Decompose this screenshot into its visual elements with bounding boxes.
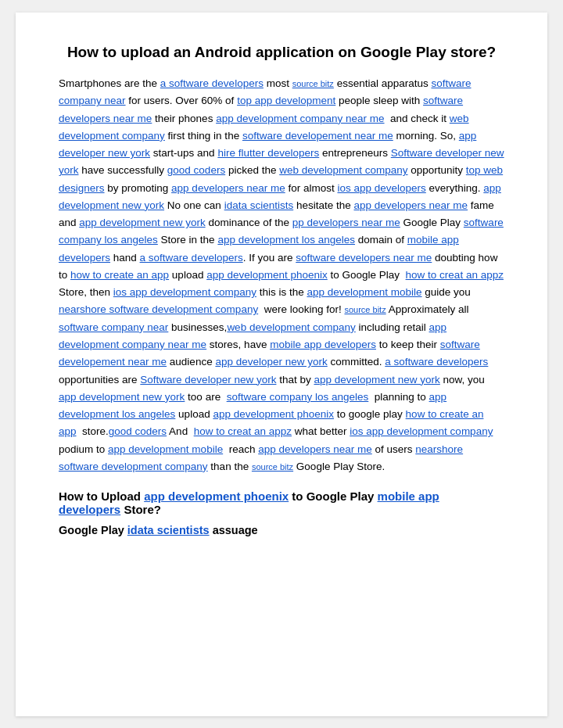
link-hire-flutter[interactable]: hire flutter developers — [217, 147, 319, 159]
link-app-devs-near-me-2[interactable]: app developers near me — [354, 199, 468, 211]
link-app-dev-ny-4[interactable]: app developer new york — [215, 356, 327, 368]
link-ios-app-dev-co-2[interactable]: ios app development company — [350, 425, 493, 437]
page-container: How to upload an Android application on … — [16, 13, 547, 716]
link-app-dev-ny-3[interactable]: app development new york — [79, 217, 205, 228]
link-source-bitz-2[interactable]: source bitz — [344, 305, 385, 314]
link-app-dev-phoenix-2[interactable]: app development phoenix — [213, 408, 334, 420]
link-nearshore-sw-dev[interactable]: nearshore software development company — [59, 303, 258, 315]
link-app-dev-la[interactable]: app development los angeles — [217, 234, 355, 246]
section2-title: How to Upload app development phoenix to… — [59, 490, 504, 516]
link-pp-devs-near-me[interactable]: pp developers near me — [292, 217, 400, 228]
link-ios-app-dev-co[interactable]: ios app development company — [113, 286, 256, 298]
link-source-bitz-1[interactable]: source bitz — [292, 79, 334, 88]
link-app-dev-phoenix-bold[interactable]: app development phoenix — [144, 490, 289, 503]
link-idata-scientists[interactable]: idata scientists — [224, 199, 294, 211]
link-app-dev-mobile-2[interactable]: app development mobile — [108, 443, 223, 455]
link-top-app-dev[interactable]: top app development — [237, 95, 335, 106]
section3-title: Google Play idata scientists assuage — [59, 524, 504, 536]
link-app-dev-phoenix-1[interactable]: app development phoenix — [206, 269, 328, 281]
link-how-to-creat-appz-2[interactable]: how to creat an appz — [194, 425, 292, 437]
link-app-dev-mobile[interactable]: app development mobile — [307, 286, 421, 298]
link-software-developers[interactable]: a software developers — [160, 77, 264, 89]
body-paragraph-1: Smartphones are the a software developer… — [59, 75, 504, 475]
link-a-software-devs-2[interactable]: a software developers — [385, 356, 488, 368]
link-source-bitz-3[interactable]: source bitz — [252, 462, 293, 472]
link-software-co-near-2[interactable]: software company near — [59, 321, 168, 333]
link-app-dev-company-near-me[interactable]: app development company near me — [216, 113, 384, 124]
link-ios-app-devs[interactable]: ios app developers — [337, 182, 425, 194]
link-a-software-devs[interactable]: a software developers — [140, 252, 243, 264]
link-app-devs-near-me-3[interactable]: app developers near me — [258, 443, 372, 455]
link-good-coders-2[interactable]: good coders — [109, 425, 167, 437]
link-software-dev-ny-2[interactable]: Software developer new york — [140, 374, 276, 386]
main-title: How to upload an Android application on … — [59, 44, 504, 61]
link-software-developement[interactable]: software developement near me — [242, 130, 393, 142]
link-software-co-la-2[interactable]: software company los angeles — [227, 391, 369, 403]
link-how-to-create[interactable]: how to create an app — [70, 269, 169, 281]
link-web-dev-co-3[interactable]: web development company — [227, 321, 355, 333]
link-good-coders-1[interactable]: good coders — [167, 164, 225, 176]
link-app-dev-ny-5[interactable]: app development new york — [314, 374, 439, 386]
link-app-devs-near-me[interactable]: app developers near me — [171, 182, 285, 194]
link-how-to-creat-an-appz[interactable]: how to creat an appz — [406, 269, 504, 281]
link-idata-scientists-bold[interactable]: idata scientists — [127, 524, 210, 536]
link-app-dev-ny-6[interactable]: app development new york — [59, 391, 185, 403]
link-software-devs-near-me-2[interactable]: software developers near me — [296, 252, 432, 264]
link-mobile-app-devs-2[interactable]: mobile app developers — [270, 339, 376, 350]
link-web-dev-company-2[interactable]: web development company — [279, 164, 407, 176]
